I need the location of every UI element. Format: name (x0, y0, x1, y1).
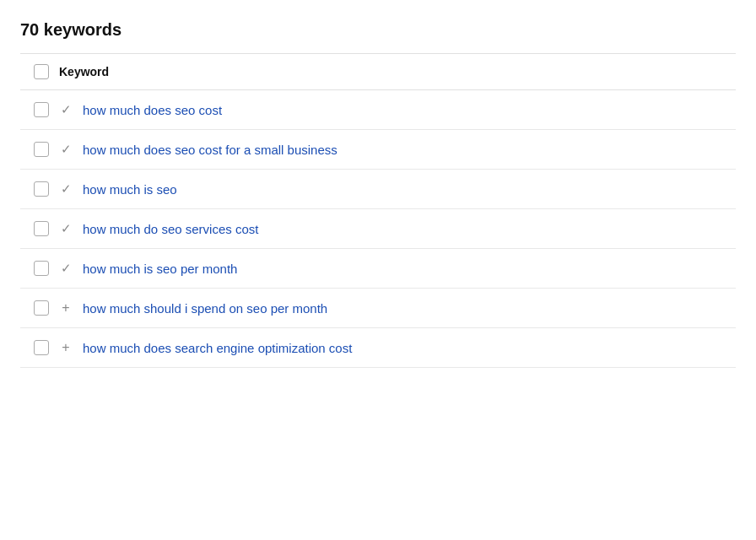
keyword-link[interactable]: how much should i spend on seo per month (83, 301, 327, 316)
row-checkbox[interactable] (34, 261, 49, 276)
plus-icon: + (57, 340, 74, 355)
keyword-link[interactable]: how much is seo (83, 182, 177, 197)
header-checkbox[interactable] (34, 64, 49, 79)
table-row: ✓how much does seo cost (20, 90, 736, 130)
table-rows: ✓how much does seo cost✓how much does se… (20, 90, 736, 368)
plus-icon: + (57, 300, 74, 316)
keyword-link[interactable]: how much is seo per month (83, 262, 237, 276)
keyword-link[interactable]: how much does search engine optimization… (83, 341, 352, 355)
table-row: +how much does search engine optimizatio… (20, 328, 736, 368)
row-checkbox[interactable] (34, 102, 49, 117)
keyword-column-header: Keyword (59, 65, 109, 78)
check-icon: ✓ (57, 181, 74, 197)
keyword-link[interactable]: how much does seo cost (83, 103, 222, 117)
row-checkbox[interactable] (34, 221, 49, 236)
table-row: +how much should i spend on seo per mont… (20, 289, 736, 328)
check-icon: ✓ (57, 142, 74, 157)
row-checkbox[interactable] (34, 300, 49, 316)
page-container: 70 keywords Keyword ✓how much does seo c… (0, 0, 756, 368)
row-checkbox[interactable] (34, 340, 49, 355)
page-title: 70 keywords (20, 20, 736, 40)
table-header: Keyword (20, 54, 736, 90)
check-icon: ✓ (57, 261, 74, 276)
table-row: ✓how much does seo cost for a small busi… (20, 130, 736, 170)
keyword-link[interactable]: how much does seo cost for a small busin… (83, 143, 338, 157)
row-checkbox[interactable] (34, 181, 49, 197)
table-row: ✓how much do seo services cost (20, 209, 736, 249)
table-row: ✓how much is seo (20, 170, 736, 209)
keywords-table: Keyword ✓how much does seo cost✓how much… (20, 53, 736, 368)
check-icon: ✓ (57, 221, 74, 236)
check-icon: ✓ (57, 102, 74, 117)
keyword-link[interactable]: how much do seo services cost (83, 222, 258, 236)
row-checkbox[interactable] (34, 142, 49, 157)
table-row: ✓how much is seo per month (20, 249, 736, 289)
